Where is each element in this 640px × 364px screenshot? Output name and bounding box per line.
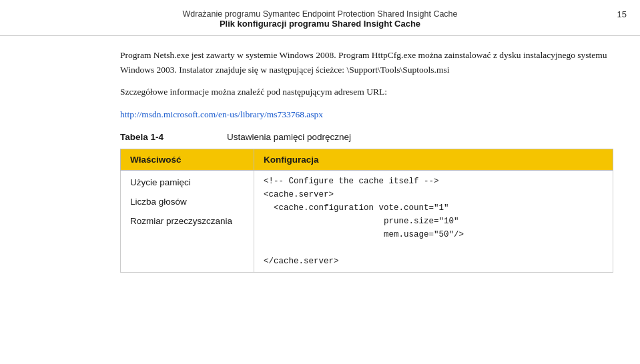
prop-vote-count: Liczba głosów <box>130 197 244 207</box>
paragraph-1: Program Netsh.exe jest zawarty w systemi… <box>120 48 613 77</box>
page-header: Wdrażanie programu Symantec Endpoint Pro… <box>0 0 640 36</box>
paragraph-2: Szczegółowe informacje można znaleźć pod… <box>120 85 613 99</box>
col-header-property: Właściwość <box>121 149 254 171</box>
prop-memory-usage: Użycie pamięci <box>130 177 244 187</box>
prop-prune-size: Rozmiar przeczyszczania <box>130 216 244 226</box>
cell-config: <!-- Configure the cache itself --> <cac… <box>254 171 613 273</box>
page-number: 15 <box>610 9 627 19</box>
header-title-main: Wdrażanie programu Symantec Endpoint Pro… <box>30 9 610 19</box>
col-header-config: Konfiguracja <box>254 149 613 171</box>
cache-settings-table: Właściwość Konfiguracja Użycie pamięci L… <box>120 149 613 273</box>
cell-property: Użycie pamięci Liczba głosów Rozmiar prz… <box>121 171 254 273</box>
page-container: Wdrażanie programu Symantec Endpoint Pro… <box>0 0 640 364</box>
header-title-bold: Plik konfiguracji programu Shared Insigh… <box>30 19 610 29</box>
header-titles: Wdrażanie programu Symantec Endpoint Pro… <box>30 9 610 29</box>
link-paragraph: http://msdn.microsoft.com/en-us/library/… <box>120 107 613 122</box>
msdn-link[interactable]: http://msdn.microsoft.com/en-us/library/… <box>120 109 323 119</box>
table-row: Użycie pamięci Liczba głosów Rozmiar prz… <box>121 171 613 273</box>
table-description: Ustawienia pamięci podręcznej <box>227 132 351 142</box>
table-header-row: Właściwość Konfiguracja <box>121 149 613 171</box>
paragraph-2-text: Szczegółowe informacje można znaleźć pod… <box>120 87 387 97</box>
table-label-row: Tabela 1-4 Ustawienia pamięci podręcznej <box>120 132 613 142</box>
main-content: Program Netsh.exe jest zawarty w systemi… <box>0 36 640 285</box>
table-label: Tabela 1-4 <box>120 132 207 142</box>
